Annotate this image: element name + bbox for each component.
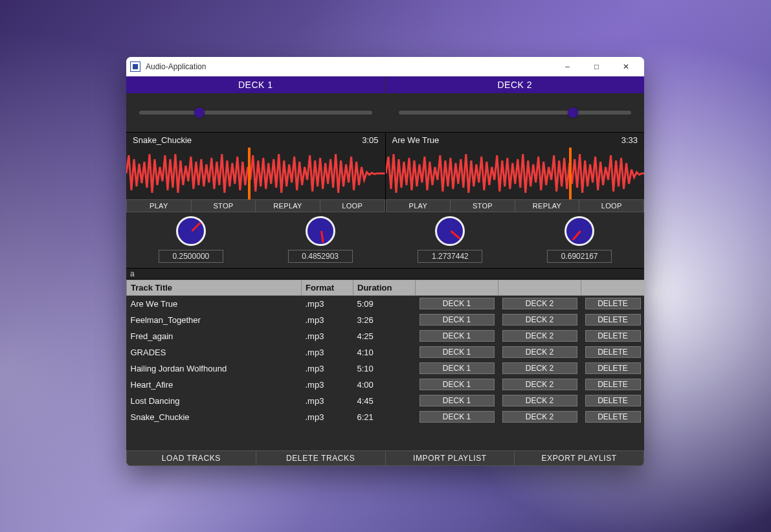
row-delete-button[interactable]: DELETE: [585, 411, 641, 423]
playlist: Track Title Format Duration Are We True.…: [126, 280, 644, 450]
row-deck-2-button[interactable]: DECK 2: [502, 314, 577, 326]
row-deck-2-button[interactable]: DECK 2: [502, 411, 577, 423]
cell-format: .mp3: [302, 377, 353, 393]
deck-sliders: [126, 93, 644, 132]
knob-pointer-icon: [451, 230, 461, 239]
cell-duration: 4:00: [353, 377, 416, 393]
row-deck-1-button[interactable]: DECK 1: [419, 346, 495, 358]
deck-1-waveform[interactable]: [126, 148, 385, 199]
deck-2-slider[interactable]: [399, 111, 632, 115]
load-tracks-button[interactable]: LOAD TRACKS: [126, 450, 256, 466]
row-deck-1-button[interactable]: DECK 1: [419, 379, 495, 390]
deck-2-knobs: 1.2737442 0.6902167: [385, 216, 645, 263]
col-duration: Duration: [353, 280, 416, 296]
deck-2-play-button[interactable]: PLAY: [386, 199, 451, 212]
deck-1-play-button[interactable]: PLAY: [126, 199, 192, 212]
cell-title: Lost Dancing: [127, 393, 302, 409]
row-delete-button[interactable]: DELETE: [585, 379, 641, 390]
deck-1-loop-button[interactable]: LOOP: [320, 199, 385, 212]
maximize-button[interactable]: □: [582, 57, 611, 76]
cell-duration: 5:09: [353, 296, 416, 312]
col-action-b: [498, 280, 581, 296]
deck-headers: DECK 1 DECK 2: [126, 76, 644, 93]
cell-format: .mp3: [302, 409, 353, 425]
close-button[interactable]: ✕: [611, 57, 640, 76]
table-row: Hailing Jordan Wolfhound.mp35:10DECK 1DE…: [127, 360, 645, 377]
row-deck-1-button[interactable]: DECK 1: [419, 314, 495, 326]
table-row: Fred_again.mp34:25DECK 1DECK 2DELETE: [127, 328, 645, 344]
col-action-c: [581, 280, 645, 296]
deck-2-header: DECK 2: [385, 76, 645, 93]
deck-2-knob-b-block: 0.6902167: [515, 216, 644, 263]
table-row: Lost Dancing.mp34:45DECK 1DECK 2DELETE: [127, 393, 645, 409]
deck-2-slider-thumb[interactable]: [568, 107, 578, 118]
knob-pointer-icon: [572, 230, 581, 241]
deck-1-playhead[interactable]: [248, 148, 251, 199]
app-icon: [130, 61, 140, 72]
minimize-button[interactable]: –: [553, 57, 582, 76]
cell-format: .mp3: [302, 360, 353, 377]
row-deck-2-button[interactable]: DECK 2: [502, 379, 577, 390]
waveform-row: [126, 148, 644, 199]
playlist-table: Track Title Format Duration Are We True.…: [126, 280, 644, 425]
deck-2-playhead[interactable]: [569, 148, 572, 199]
deck-1-track-time: 3:05: [362, 135, 378, 145]
deck-1-knob-b-value: 0.4852903: [288, 250, 353, 263]
row-deck-1-button[interactable]: DECK 1: [419, 395, 495, 406]
deck-2-knob-b[interactable]: [564, 216, 594, 246]
row-delete-button[interactable]: DELETE: [585, 346, 641, 358]
cell-duration: 4:25: [353, 328, 416, 344]
deck-2-track-info: Are We True 3:33: [385, 133, 645, 148]
table-row: Snake_Chuckie.mp36:21DECK 1DECK 2DELETE: [127, 409, 645, 425]
row-delete-button[interactable]: DELETE: [585, 330, 641, 342]
delete-tracks-button[interactable]: DELETE TRACKS: [256, 450, 386, 466]
row-delete-button[interactable]: DELETE: [585, 362, 641, 374]
cell-title: GRADES: [127, 344, 302, 360]
deck-1-stop-button[interactable]: STOP: [192, 199, 256, 212]
deck-2-replay-button[interactable]: REPLAY: [515, 199, 580, 212]
import-playlist-button[interactable]: IMPORT PLAYLIST: [386, 450, 515, 466]
playlist-empty-space: [126, 425, 644, 450]
row-delete-button[interactable]: DELETE: [585, 298, 641, 309]
deck-1-slider[interactable]: [139, 111, 372, 115]
deck-1-replay-button[interactable]: REPLAY: [256, 199, 320, 212]
cell-format: .mp3: [302, 393, 353, 409]
deck-1-slider-thumb[interactable]: [194, 107, 205, 118]
cell-format: .mp3: [302, 296, 353, 312]
row-deck-2-button[interactable]: DECK 2: [502, 298, 577, 309]
row-deck-2-button[interactable]: DECK 2: [502, 330, 577, 342]
row-deck-1-button[interactable]: DECK 1: [419, 330, 495, 342]
row-deck-2-button[interactable]: DECK 2: [502, 395, 577, 406]
cell-duration: 4:45: [353, 393, 416, 409]
deck-1-knobs: 0.2500000 0.4852903: [126, 216, 385, 263]
row-delete-button[interactable]: DELETE: [585, 395, 641, 406]
table-row: GRADES.mp34:10DECK 1DECK 2DELETE: [127, 344, 645, 360]
playlist-header-row: Track Title Format Duration: [127, 280, 645, 296]
cell-title: Hailing Jordan Wolfhound: [127, 360, 302, 377]
waveform-icon: [386, 148, 645, 199]
deck-2-knob-a-block: 1.2737442: [386, 216, 515, 263]
deck-2-stop-button[interactable]: STOP: [451, 199, 515, 212]
cell-title: Feelman_Together: [127, 312, 302, 328]
deck-2-waveform[interactable]: [385, 148, 645, 199]
deck-1-knob-a[interactable]: [176, 216, 206, 246]
deck-2-knob-a[interactable]: [435, 216, 465, 246]
row-deck-1-button[interactable]: DECK 1: [419, 298, 495, 309]
deck-1-slider-wrap: [126, 93, 385, 132]
deck-1-track-name: Snake_Chuckie: [133, 135, 192, 145]
row-deck-2-button[interactable]: DECK 2: [502, 362, 577, 374]
knob-pointer-icon: [191, 222, 201, 232]
row-delete-button[interactable]: DELETE: [585, 314, 641, 326]
row-deck-2-button[interactable]: DECK 2: [502, 346, 577, 358]
deck-1-knob-b[interactable]: [306, 216, 335, 246]
cell-title: Fred_again: [127, 328, 302, 344]
search-field[interactable]: a: [126, 268, 644, 280]
export-playlist-button[interactable]: EXPORT PLAYLIST: [515, 450, 644, 466]
col-title: Track Title: [127, 280, 302, 296]
row-deck-1-button[interactable]: DECK 1: [419, 411, 495, 423]
deck-1-knob-b-block: 0.4852903: [256, 216, 385, 263]
col-format: Format: [302, 280, 353, 296]
row-deck-1-button[interactable]: DECK 1: [419, 362, 495, 374]
deck-2-loop-button[interactable]: LOOP: [579, 199, 644, 212]
titlebar: Audio-Application – □ ✕: [126, 57, 644, 76]
